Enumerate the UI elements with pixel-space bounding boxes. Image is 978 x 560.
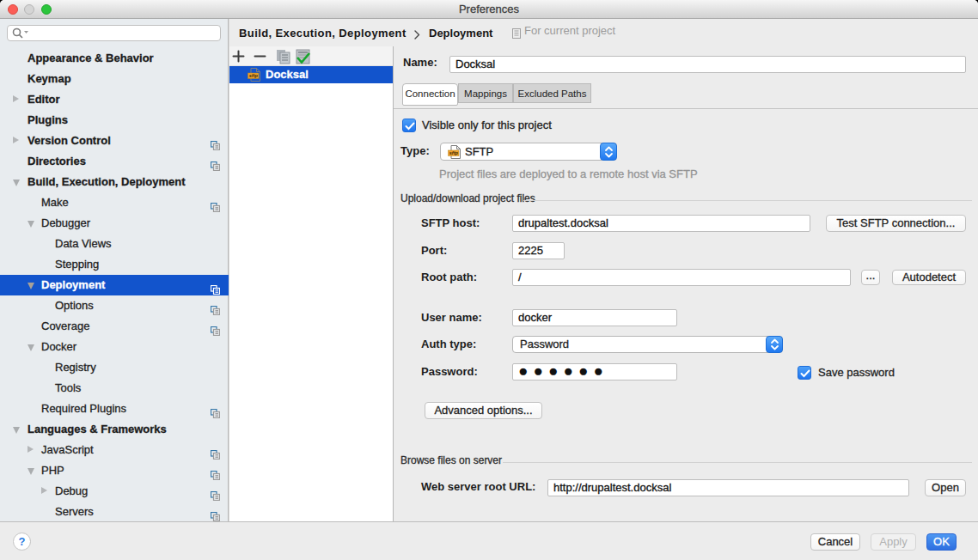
svg-text:sftp: sftp (249, 73, 259, 78)
svg-text:sftp: sftp (449, 150, 459, 155)
